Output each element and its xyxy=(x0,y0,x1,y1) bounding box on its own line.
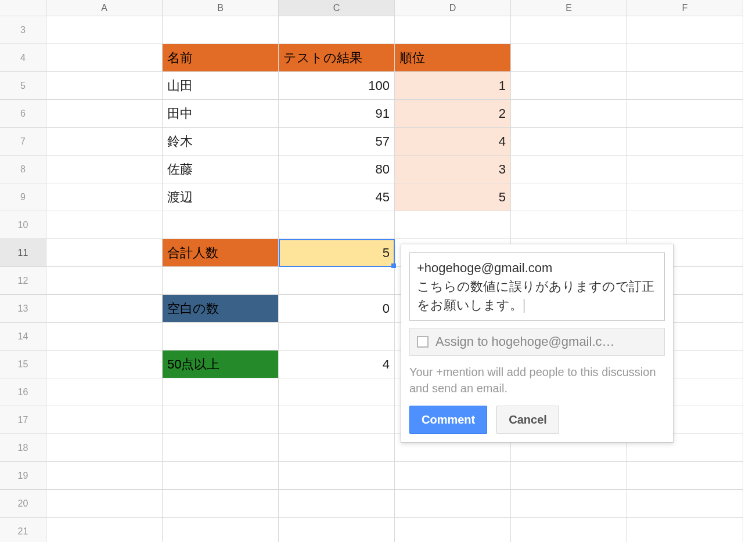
data-rank-cell[interactable]: 4 xyxy=(395,128,511,156)
cell[interactable] xyxy=(46,72,163,100)
cell[interactable] xyxy=(163,490,279,518)
cell[interactable] xyxy=(46,16,163,44)
cell[interactable] xyxy=(46,406,163,434)
row-header[interactable]: 3 xyxy=(0,16,46,44)
cell[interactable] xyxy=(163,16,279,44)
row-header[interactable]: 15 xyxy=(0,351,46,378)
data-rank-cell[interactable]: 5 xyxy=(395,183,511,211)
cell[interactable] xyxy=(46,518,163,542)
cell[interactable] xyxy=(627,128,743,156)
data-name-cell[interactable]: 渡辺 xyxy=(163,183,279,211)
row-header[interactable]: 19 xyxy=(0,462,46,490)
cell[interactable] xyxy=(627,211,743,239)
data-rank-cell[interactable]: 2 xyxy=(395,100,511,128)
cell[interactable] xyxy=(511,156,627,183)
cell[interactable] xyxy=(395,16,511,44)
cell[interactable] xyxy=(46,267,163,295)
data-rank-cell[interactable]: 3 xyxy=(395,156,511,183)
row-header[interactable]: 13 xyxy=(0,295,46,323)
cell[interactable] xyxy=(163,267,279,295)
comment-button[interactable]: Comment xyxy=(409,406,487,434)
data-score-cell[interactable]: 57 xyxy=(279,128,395,156)
cell[interactable] xyxy=(627,462,743,490)
cell[interactable] xyxy=(46,295,163,323)
cell[interactable] xyxy=(46,351,163,378)
cell[interactable] xyxy=(627,100,743,128)
row-header[interactable]: 12 xyxy=(0,267,46,295)
cell[interactable] xyxy=(46,211,163,239)
cell[interactable] xyxy=(46,44,163,72)
cell[interactable] xyxy=(163,434,279,462)
cell[interactable] xyxy=(395,211,511,239)
cell[interactable] xyxy=(163,462,279,490)
cell[interactable] xyxy=(279,518,395,542)
summary-blank-value[interactable]: 0 xyxy=(279,295,395,323)
cell[interactable] xyxy=(279,490,395,518)
cell[interactable] xyxy=(46,434,163,462)
row-header[interactable]: 17 xyxy=(0,406,46,434)
cell[interactable] xyxy=(163,406,279,434)
cell[interactable] xyxy=(163,518,279,542)
row-header[interactable]: 5 xyxy=(0,72,46,100)
cell[interactable] xyxy=(163,323,279,351)
cell[interactable] xyxy=(511,100,627,128)
col-header-c[interactable]: C xyxy=(279,0,395,16)
row-header[interactable]: 10 xyxy=(0,211,46,239)
cell[interactable] xyxy=(511,211,627,239)
data-rank-cell[interactable]: 1 xyxy=(395,72,511,100)
summary-blank-label[interactable]: 空白の数 xyxy=(163,295,279,323)
cell[interactable] xyxy=(46,156,163,183)
cell[interactable] xyxy=(279,267,395,295)
cell[interactable] xyxy=(46,378,163,406)
row-header[interactable]: 6 xyxy=(0,100,46,128)
cell[interactable] xyxy=(279,434,395,462)
data-name-cell[interactable]: 鈴木 xyxy=(163,128,279,156)
data-score-cell[interactable]: 80 xyxy=(279,156,395,183)
cancel-button[interactable]: Cancel xyxy=(496,406,559,434)
data-score-cell[interactable]: 100 xyxy=(279,72,395,100)
cell[interactable] xyxy=(46,100,163,128)
cell[interactable] xyxy=(511,490,627,518)
cell[interactable] xyxy=(163,211,279,239)
cell[interactable] xyxy=(627,518,743,542)
data-name-cell[interactable]: 佐藤 xyxy=(163,156,279,183)
cell[interactable] xyxy=(395,490,511,518)
header-test-cell[interactable]: テストの結果 xyxy=(279,44,395,72)
header-name-cell[interactable]: 名前 xyxy=(163,44,279,72)
cell[interactable] xyxy=(511,44,627,72)
row-header[interactable]: 18 xyxy=(0,434,46,462)
cell[interactable] xyxy=(279,462,395,490)
cell[interactable] xyxy=(46,462,163,490)
cell[interactable] xyxy=(279,323,395,351)
cell[interactable] xyxy=(627,72,743,100)
data-name-cell[interactable]: 山田 xyxy=(163,72,279,100)
col-header-e[interactable]: E xyxy=(511,0,627,16)
cell[interactable] xyxy=(46,239,163,267)
cell[interactable] xyxy=(627,490,743,518)
data-name-cell[interactable]: 田中 xyxy=(163,100,279,128)
col-header-f[interactable]: F xyxy=(627,0,743,16)
row-header[interactable]: 21 xyxy=(0,518,46,542)
data-score-cell[interactable]: 45 xyxy=(279,183,395,211)
row-header[interactable]: 8 xyxy=(0,156,46,183)
row-header[interactable]: 9 xyxy=(0,183,46,211)
cell[interactable] xyxy=(46,128,163,156)
cell[interactable] xyxy=(511,72,627,100)
col-header-a[interactable]: A xyxy=(46,0,163,16)
cell[interactable] xyxy=(279,16,395,44)
cell[interactable] xyxy=(627,156,743,183)
summary-count-value[interactable]: 5 xyxy=(279,239,395,267)
cell[interactable] xyxy=(279,211,395,239)
summary-over50-value[interactable]: 4 xyxy=(279,351,395,378)
data-score-cell[interactable]: 91 xyxy=(279,100,395,128)
cell[interactable] xyxy=(395,518,511,542)
cell[interactable] xyxy=(627,44,743,72)
row-header[interactable]: 20 xyxy=(0,490,46,518)
cell[interactable] xyxy=(511,518,627,542)
header-rank-cell[interactable]: 順位 xyxy=(395,44,511,72)
row-header[interactable]: 16 xyxy=(0,378,46,406)
cell[interactable] xyxy=(163,378,279,406)
summary-count-label[interactable]: 合計人数 xyxy=(163,239,279,267)
cell[interactable] xyxy=(627,16,743,44)
col-header-d[interactable]: D xyxy=(395,0,511,16)
